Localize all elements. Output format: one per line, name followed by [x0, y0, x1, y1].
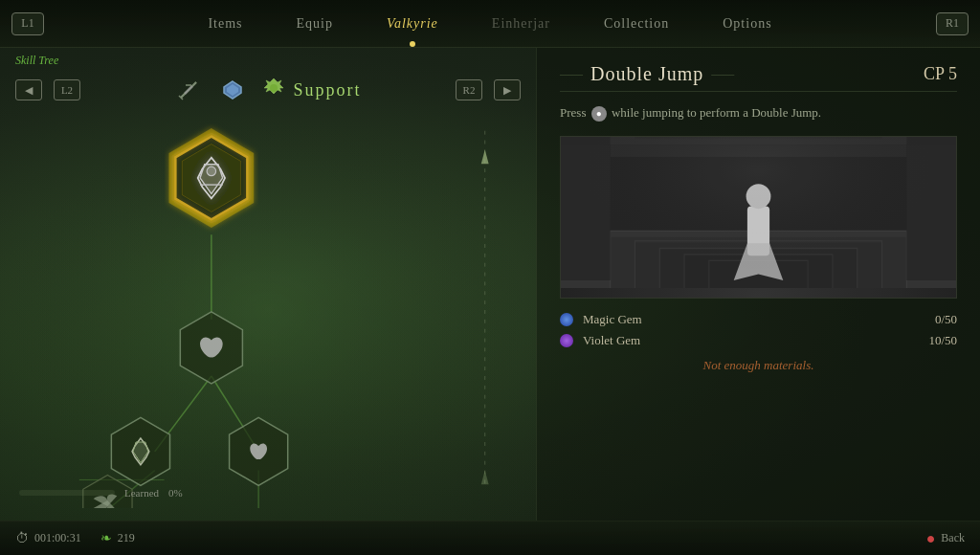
skill-category-title: Support [262, 77, 361, 104]
nav-l1-button[interactable]: L1 [11, 12, 44, 35]
magic-gem-label: Magic Gem [583, 312, 925, 327]
skill-category-label: Support [293, 80, 361, 100]
violet-gem-icon [560, 334, 573, 347]
skill-progress-bar [19, 490, 115, 496]
sword-icon[interactable] [174, 76, 203, 104]
currency-value: 219 [118, 531, 135, 545]
skill-nav: ◀ L2 [15, 72, 521, 112]
nav-item-options[interactable]: Options [696, 0, 798, 47]
materials-list: Magic Gem 0/50 Violet Gem 10/50 [560, 312, 957, 348]
title-deco-left: —— [560, 67, 583, 81]
violet-gem-label: Violet Gem [583, 333, 919, 348]
currency-icon: ❧ [100, 530, 112, 546]
info-panel: —— Double Jump —— CP5 Press ● while jump… [536, 48, 980, 521]
nav-item-valkyrie[interactable]: Valkyrie [360, 0, 465, 47]
back-button[interactable]: ● Back [926, 530, 965, 547]
nav-bar: L1 Items Equip Valkyrie Einherjar Collec… [0, 0, 980, 48]
info-title-line: —— Double Jump —— [560, 63, 734, 85]
skill-tree-header: Skill Tree ◀ L2 [0, 48, 536, 112]
skill-tree-label: Skill Tree [15, 54, 521, 68]
currency-display: ❧ 219 [100, 530, 135, 546]
nav-item-collection[interactable]: Collection [577, 0, 696, 47]
clock-icon: ⏱ [15, 531, 29, 546]
nav-item-einherjar[interactable]: Einherjar [465, 0, 577, 47]
skill-cp: CP5 [920, 64, 957, 84]
main-content: Skill Tree ◀ L2 [0, 48, 980, 521]
violet-gem-count: 10/50 [928, 333, 957, 348]
nav-item-equip[interactable]: Equip [270, 0, 360, 47]
info-header: —— Double Jump —— CP5 [560, 63, 957, 92]
svg-line-4 [185, 86, 192, 94]
skill-tree-canvas: Learned 0% [0, 112, 536, 508]
skill-icons: Support [92, 76, 444, 104]
skill-progress-pct: 0% [168, 487, 183, 499]
skill-tree-panel: Skill Tree ◀ L2 [0, 48, 536, 521]
tree-connections-svg [0, 112, 536, 508]
magic-gem-icon [560, 313, 573, 326]
button-hint-circle: ● [591, 106, 607, 122]
skill-l2-button[interactable]: L2 [54, 79, 80, 100]
preview-scene [561, 137, 956, 298]
material-row-magic-gem: Magic Gem 0/50 [560, 312, 957, 327]
skill-preview-image [560, 136, 957, 299]
nav-item-items[interactable]: Items [181, 0, 269, 47]
skill-forward-button[interactable]: ▶ [494, 79, 521, 100]
clock-display: ⏱ 001:00:31 [15, 531, 81, 546]
magic-gem-count: 0/50 [935, 312, 957, 327]
title-deco-right: —— [711, 67, 734, 81]
skill-description: Press ● while jumping to perform a Doubl… [560, 103, 957, 122]
skill-back-button[interactable]: ◀ [15, 79, 42, 100]
svg-point-21 [207, 166, 215, 175]
skill-r2-button[interactable]: R2 [456, 79, 482, 100]
bottom-bar: ⏱ 001:00:31 ❧ 219 ● Back [0, 521, 980, 555]
svg-rect-47 [561, 137, 956, 288]
svg-point-7 [270, 84, 278, 92]
material-row-violet-gem: Violet Gem 10/50 [560, 333, 957, 348]
nav-r1-button[interactable]: R1 [936, 12, 969, 35]
skill-detail-title: Double Jump [590, 63, 703, 85]
skill-progress-area: Learned 0% [19, 487, 183, 499]
back-label: Back [941, 531, 965, 545]
skill-title-icon [262, 77, 285, 104]
clock-time: 001:00:31 [34, 531, 81, 545]
gem-icon[interactable] [218, 76, 247, 104]
back-btn-circle: ● [926, 530, 936, 547]
not-enough-message: Not enough materials. [560, 358, 957, 373]
skill-learned-label: Learned [124, 487, 159, 499]
